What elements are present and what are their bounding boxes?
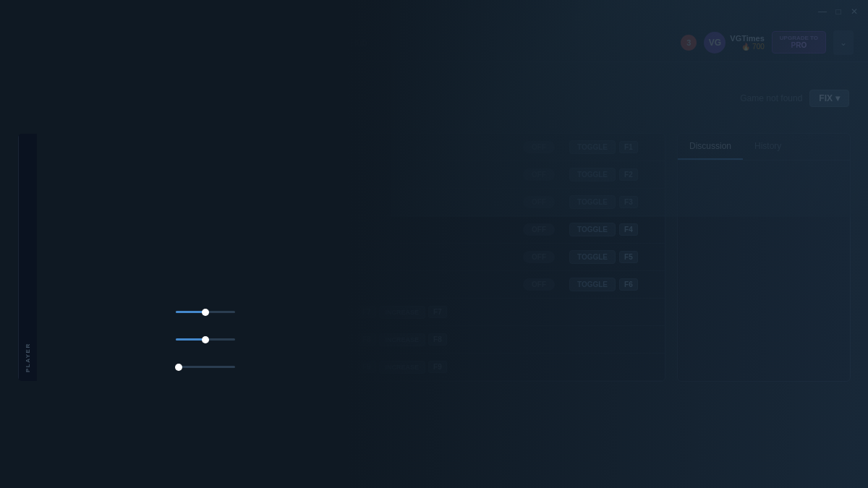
player-section-label: PLAYER (18, 134, 37, 381)
slider-fill-jump-height (176, 338, 205, 341)
slider-track-jump-height (176, 338, 235, 341)
slider-track-set-game-speed (176, 366, 235, 368)
slider-thumb-walking-speed[interactable] (202, 309, 209, 316)
slider-thumb-set-game-speed[interactable] (175, 364, 182, 371)
slider-track-walking-speed (176, 311, 235, 313)
slider-thumb-jump-height[interactable] (202, 336, 209, 343)
slider-fill-walking-speed (176, 311, 205, 313)
